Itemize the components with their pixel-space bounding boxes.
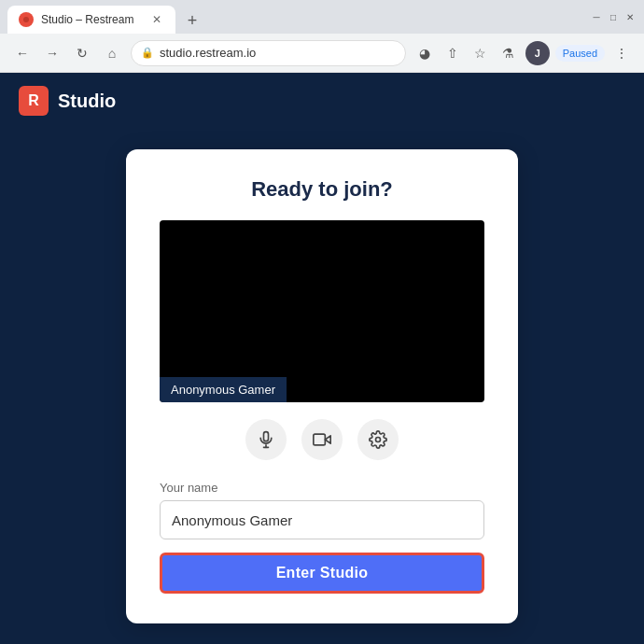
controls-row bbox=[160, 419, 484, 460]
home-button[interactable]: ⌂ bbox=[101, 42, 123, 64]
browser-window: Studio – Restream ✕ + ─ □ ✕ ← → ↻ ⌂ 🔒 st… bbox=[0, 0, 644, 644]
profile-button[interactable]: J bbox=[525, 41, 550, 65]
video-name-label: Anonymous Gamer bbox=[160, 377, 287, 402]
svg-rect-0 bbox=[264, 432, 269, 441]
favicon-dot bbox=[23, 17, 29, 22]
app-logo: R bbox=[19, 86, 49, 116]
main-area: Ready to join? Anonymous Gamer bbox=[0, 129, 644, 644]
svg-rect-4 bbox=[314, 435, 326, 446]
svg-point-5 bbox=[376, 438, 381, 442]
paused-badge[interactable]: Paused bbox=[555, 45, 605, 62]
mic-button[interactable] bbox=[245, 419, 287, 460]
app-title: Studio bbox=[58, 91, 116, 112]
camera-button[interactable] bbox=[301, 419, 343, 460]
tab-favicon bbox=[19, 12, 34, 27]
video-preview: Anonymous Gamer bbox=[160, 220, 484, 403]
cast-icon[interactable]: ◕ bbox=[413, 42, 436, 64]
app-header: R Studio bbox=[0, 73, 644, 129]
settings-button[interactable] bbox=[357, 419, 399, 460]
share-icon[interactable]: ⇧ bbox=[441, 42, 464, 64]
back-button[interactable]: ← bbox=[11, 42, 34, 64]
browser-tab-active[interactable]: Studio – Restream ✕ bbox=[7, 6, 175, 34]
svg-marker-3 bbox=[325, 436, 330, 443]
address-bar[interactable]: 🔒 studio.restream.io bbox=[131, 40, 406, 66]
card-title: Ready to join? bbox=[160, 177, 484, 202]
name-input[interactable] bbox=[160, 500, 484, 539]
browser-toolbar: ← → ↻ ⌂ 🔒 studio.restream.io ◕ ⇧ ☆ ⚗ J P… bbox=[0, 34, 644, 73]
reload-button[interactable]: ↻ bbox=[71, 42, 93, 64]
lock-icon: 🔒 bbox=[141, 47, 154, 59]
browser-tabs: Studio – Restream ✕ + bbox=[7, 0, 582, 34]
tab-close-button[interactable]: ✕ bbox=[149, 12, 164, 27]
restore-button[interactable]: □ bbox=[607, 10, 620, 23]
new-tab-button[interactable]: + bbox=[179, 7, 205, 34]
tab-title: Studio – Restream bbox=[41, 13, 142, 26]
close-button[interactable]: ✕ bbox=[623, 10, 637, 23]
menu-button[interactable]: ⋮ bbox=[610, 42, 633, 64]
enter-studio-button[interactable]: Enter Studio bbox=[160, 553, 484, 594]
toolbar-icons: ◕ ⇧ ☆ ⚗ J Paused ⋮ bbox=[413, 41, 633, 65]
window-controls: ─ □ ✕ bbox=[590, 10, 637, 23]
minimize-button[interactable]: ─ bbox=[590, 10, 603, 23]
extensions-icon[interactable]: ⚗ bbox=[497, 42, 520, 64]
field-label: Your name bbox=[160, 481, 484, 495]
star-icon[interactable]: ☆ bbox=[469, 42, 492, 64]
browser-titlebar: Studio – Restream ✕ + ─ □ ✕ bbox=[0, 0, 644, 34]
address-text: studio.restream.io bbox=[160, 46, 396, 60]
join-card: Ready to join? Anonymous Gamer bbox=[126, 149, 518, 624]
page-content: R Studio Ready to join? Anonymous Gamer bbox=[0, 73, 644, 644]
forward-button[interactable]: → bbox=[41, 42, 63, 64]
